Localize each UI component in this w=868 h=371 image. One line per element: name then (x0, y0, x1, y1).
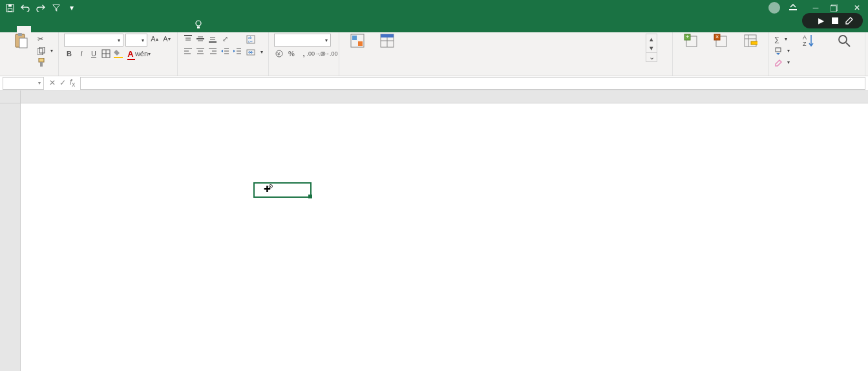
font-name-select[interactable]: ▾ (64, 34, 123, 47)
fill-color-icon[interactable] (113, 48, 123, 59)
insert-cells-button[interactable]: + (678, 34, 704, 49)
stop-icon[interactable] (831, 16, 840, 25)
font-color-icon[interactable]: A (125, 48, 136, 59)
svg-rect-1 (8, 8, 12, 11)
scissors-icon: ✂ (37, 35, 43, 43)
delete-cells-button[interactable]: × (708, 34, 734, 49)
fill-button[interactable]: ▾ (774, 45, 790, 56)
tab-view[interactable] (131, 26, 145, 32)
recorder-overlay: ▶ (802, 13, 863, 28)
italic-icon[interactable]: I (76, 48, 87, 59)
ribbon-tabs (0, 16, 868, 32)
group-font-label (64, 74, 172, 76)
sort-icon: AZ (802, 34, 816, 48)
close-icon[interactable]: ✕ (851, 3, 863, 12)
cut-button[interactable]: ✂ (37, 34, 53, 45)
filter-icon[interactable] (52, 3, 61, 12)
underline-icon[interactable]: U (89, 48, 99, 59)
decrease-decimal-icon[interactable]: .0→.00 (323, 48, 333, 59)
decrease-indent-icon[interactable] (220, 46, 230, 56)
tab-share[interactable] (31, 26, 45, 32)
tab-help[interactable] (159, 26, 173, 32)
eraser-icon (774, 59, 782, 67)
percent-icon[interactable]: % (286, 48, 297, 59)
user-avatar[interactable] (768, 2, 780, 14)
tell-me[interactable] (187, 17, 213, 32)
select-all-corner[interactable] (0, 90, 20, 103)
clear-button[interactable]: ▾ (774, 57, 790, 68)
group-number-label (274, 74, 333, 76)
column-headers (21, 90, 868, 103)
border-icon[interactable] (101, 48, 111, 59)
restore-icon[interactable] (831, 5, 842, 12)
svg-rect-66 (751, 41, 757, 45)
tab-developer[interactable] (145, 26, 159, 32)
sort-filter-button[interactable]: AZ (794, 34, 825, 49)
conditional-format-button[interactable] (344, 34, 370, 49)
play-icon[interactable]: ▶ (816, 16, 825, 25)
autosum-button[interactable]: ∑▾ (774, 34, 790, 45)
group-editing-label (774, 74, 860, 76)
align-right-icon[interactable] (207, 46, 218, 56)
svg-text:A: A (803, 34, 807, 41)
edit-icon[interactable] (845, 16, 854, 25)
svg-rect-12 (37, 48, 43, 55)
fill-down-icon (774, 47, 782, 55)
group-cells: + × (673, 32, 769, 76)
format-as-table-button[interactable] (374, 34, 400, 50)
svg-rect-5 (831, 5, 836, 11)
group-editing: ∑▾ ▾ ▾ AZ (769, 32, 865, 76)
tab-review[interactable] (116, 26, 131, 32)
format-cells-button[interactable] (737, 34, 763, 49)
clipboard-icon (14, 34, 28, 48)
decrease-font-icon[interactable]: A▾ (162, 34, 172, 44)
svg-rect-10 (18, 33, 22, 36)
paste-button[interactable] (8, 34, 34, 49)
increase-indent-icon[interactable] (232, 46, 242, 56)
align-center-icon[interactable] (195, 46, 206, 56)
orientation-icon[interactable]: ⤢ (220, 34, 230, 44)
gallery-more-icon[interactable]: ⌄ (646, 52, 657, 61)
svg-line-71 (846, 43, 850, 47)
minimize-icon[interactable]: ─ (810, 3, 821, 12)
phonetic-icon[interactable]: wén▾ (138, 48, 148, 59)
copy-icon (37, 47, 45, 55)
tab-file[interactable] (3, 26, 17, 32)
save-icon[interactable] (5, 3, 14, 12)
cancel-formula-icon[interactable]: ✕ (49, 78, 56, 87)
copy-button[interactable]: ▾ (37, 45, 53, 56)
qat-dropdown-icon[interactable]: ▾ (67, 3, 76, 12)
wrap-text-button[interactable]: abc↵ (246, 34, 263, 45)
redo-icon[interactable] (36, 3, 45, 12)
align-middle-icon[interactable] (195, 34, 206, 44)
name-box[interactable]: ▾ (3, 77, 44, 90)
formula-bar[interactable] (80, 77, 865, 90)
undo-icon[interactable] (21, 3, 30, 12)
fx-icon[interactable]: fx (70, 78, 75, 88)
svg-rect-8 (197, 26, 200, 28)
align-left-icon[interactable] (183, 46, 193, 56)
gallery-down-icon[interactable]: ▾ (646, 43, 657, 52)
tab-formulas[interactable] (88, 26, 102, 32)
increase-font-icon[interactable]: A▴ (149, 34, 160, 44)
gallery-up-icon[interactable]: ▴ (646, 34, 657, 43)
format-painter-button[interactable] (37, 57, 53, 68)
tab-layout[interactable] (74, 26, 88, 32)
accounting-icon[interactable]: ¥ (274, 48, 284, 59)
find-select-button[interactable] (829, 34, 860, 49)
tab-powerpivot[interactable] (173, 26, 187, 32)
number-format-select[interactable]: ▾ (274, 34, 331, 47)
enter-formula-icon[interactable]: ✓ (59, 78, 66, 87)
ribbon-options-icon[interactable] (789, 4, 801, 12)
bold-icon[interactable]: B (64, 48, 74, 59)
align-bottom-icon[interactable] (207, 34, 218, 44)
font-size-select[interactable]: ▾ (125, 34, 147, 47)
group-cells-label (678, 74, 763, 76)
tab-draw[interactable] (59, 26, 74, 32)
tab-insert[interactable] (45, 26, 59, 32)
tab-home[interactable] (17, 26, 31, 32)
formula-bar-row: ▾ ✕ ✓ fx (0, 76, 868, 90)
align-top-icon[interactable] (183, 34, 193, 44)
tab-data[interactable] (102, 26, 116, 32)
merge-center-button[interactable]: ▾ (246, 47, 263, 58)
